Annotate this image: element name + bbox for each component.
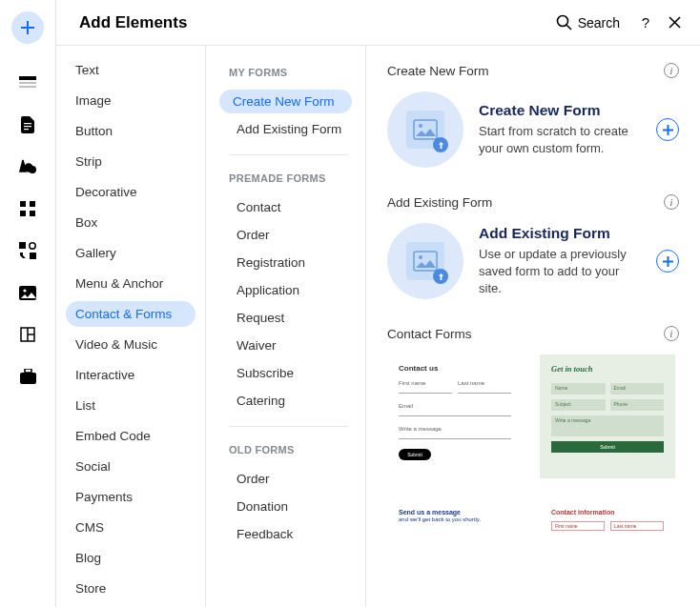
template-field-label: Last name: [458, 380, 511, 386]
panel-body: TextImageButtonStripDecorativeBoxGallery…: [56, 46, 700, 607]
subtype-item[interactable]: Catering: [214, 389, 358, 413]
option-add-existing-form[interactable]: Add Existing Form Use or update a previo…: [387, 223, 679, 299]
svg-text:A: A: [19, 161, 28, 174]
section-icon[interactable]: [18, 74, 37, 91]
subtype-item[interactable]: Registration: [214, 251, 358, 274]
template-title: Contact us: [399, 364, 511, 373]
form-template-contact-light[interactable]: Contact us First name Last name Email Wr…: [387, 354, 523, 478]
category-item[interactable]: Payments: [66, 484, 196, 510]
layout-icon[interactable]: [18, 326, 37, 343]
svg-point-16: [23, 289, 26, 292]
svg-point-27: [419, 124, 422, 128]
option-desc: Start from scratch to create your own cu…: [479, 123, 641, 157]
info-icon[interactable]: i: [664, 63, 679, 78]
add-button[interactable]: [656, 118, 679, 141]
template-title: Send us a message: [399, 509, 511, 516]
svg-point-29: [419, 255, 422, 259]
template-field-label: Email: [399, 403, 511, 409]
subtype-item[interactable]: Subscribe: [214, 361, 358, 385]
category-item[interactable]: CMS: [66, 515, 196, 540]
svg-rect-10: [20, 211, 26, 216]
template-grid: Contact us First name Last name Email Wr…: [387, 354, 679, 543]
category-item[interactable]: Blog: [66, 545, 196, 571]
form-template-contact-red[interactable]: Contact information First name Last name: [540, 496, 675, 543]
panel-header: Add Elements Search ?: [56, 0, 700, 46]
option-text: Add Existing Form Use or update a previo…: [479, 225, 641, 298]
svg-rect-21: [25, 369, 31, 373]
category-item[interactable]: Button: [66, 118, 196, 144]
add-elements-panel: Add Elements Search ? TextImageButtonStr…: [56, 0, 700, 607]
option-title: Create New Form: [479, 102, 641, 119]
template-field-label: Email: [610, 383, 665, 395]
template-field-label: Subject: [551, 399, 606, 411]
search-label: Search: [578, 15, 620, 30]
info-icon[interactable]: i: [664, 194, 679, 210]
divider: [229, 426, 348, 427]
info-icon[interactable]: i: [664, 326, 679, 341]
category-item[interactable]: List: [66, 393, 196, 418]
category-item[interactable]: Box: [66, 210, 196, 235]
section-title: Contact Forms: [387, 327, 472, 341]
section-title: Create New Form: [387, 64, 489, 78]
add-elements-rail-button[interactable]: [11, 11, 44, 44]
add-button[interactable]: [656, 250, 679, 273]
divider: [229, 154, 348, 155]
category-item[interactable]: Interactive: [66, 362, 196, 388]
category-item[interactable]: Contact & Forms: [66, 301, 196, 327]
arrow-up-icon: [437, 273, 445, 281]
template-button: Submit: [399, 449, 431, 460]
category-item[interactable]: Image: [66, 88, 196, 113]
subtype-list: MY FORMSCreate New FormAdd Existing Form…: [206, 46, 366, 607]
template-subtitle: and we'll get back to you shortly.: [399, 516, 511, 522]
category-item[interactable]: Strip: [66, 149, 196, 174]
template-field-label: First name: [551, 521, 605, 531]
subtype-item[interactable]: Create New Form: [219, 90, 352, 113]
subtype-item[interactable]: Feedback: [214, 522, 358, 546]
category-item[interactable]: Store: [66, 576, 196, 601]
group-header: OLD FORMS: [206, 440, 365, 459]
form-template-contact-green[interactable]: Get in touch Name Email Subject Phone Wr…: [540, 354, 675, 478]
subtype-item[interactable]: Application: [214, 278, 358, 302]
apps-icon[interactable]: [18, 200, 37, 217]
close-icon: [669, 16, 681, 29]
category-item[interactable]: Social: [66, 454, 196, 479]
form-template-contact-blue[interactable]: Send us a message and we'll get back to …: [387, 496, 523, 543]
section-header: Contact Forms i: [387, 326, 679, 341]
arrow-up-icon: [437, 141, 445, 150]
template-field-label: Name: [551, 383, 606, 395]
subtype-item[interactable]: Waiver: [214, 334, 358, 357]
category-item[interactable]: Video & Music: [66, 332, 196, 357]
design-icon[interactable]: A: [18, 158, 37, 175]
media-icon[interactable]: [18, 284, 37, 301]
template-field-label: Phone: [610, 399, 665, 411]
page-icon[interactable]: [18, 116, 37, 133]
category-item[interactable]: Menu & Anchor: [66, 271, 196, 296]
business-icon[interactable]: [18, 368, 37, 385]
close-button[interactable]: [666, 16, 683, 29]
section-title: Add Existing Form: [387, 195, 492, 210]
image-icon: [413, 251, 438, 272]
svg-point-22: [557, 16, 567, 27]
svg-rect-2: [19, 86, 36, 88]
subtype-item[interactable]: Order: [214, 223, 358, 247]
subtype-item[interactable]: Order: [214, 467, 358, 491]
subtype-item[interactable]: Contact: [214, 195, 358, 219]
subtype-item[interactable]: Request: [214, 306, 358, 330]
help-button[interactable]: ?: [637, 14, 654, 30]
category-item[interactable]: Text: [66, 57, 196, 83]
svg-rect-13: [30, 253, 36, 259]
category-item[interactable]: Decorative: [66, 179, 196, 205]
subtype-item[interactable]: Donation: [214, 495, 358, 518]
category-item[interactable]: Embed Code: [66, 423, 196, 449]
template-button: Submit: [551, 441, 664, 453]
svg-rect-11: [30, 211, 35, 216]
integrations-icon[interactable]: [18, 242, 37, 259]
template-field-label: First name: [399, 380, 452, 386]
search-button[interactable]: Search: [556, 14, 620, 30]
plus-icon: [663, 256, 673, 267]
option-desc: Use or update a previously saved form to…: [479, 246, 641, 298]
subtype-item[interactable]: Add Existing Form: [214, 117, 358, 141]
category-item[interactable]: Gallery: [66, 240, 196, 266]
svg-line-23: [566, 25, 571, 30]
option-create-new-form[interactable]: Create New Form Start from scratch to cr…: [387, 91, 679, 168]
